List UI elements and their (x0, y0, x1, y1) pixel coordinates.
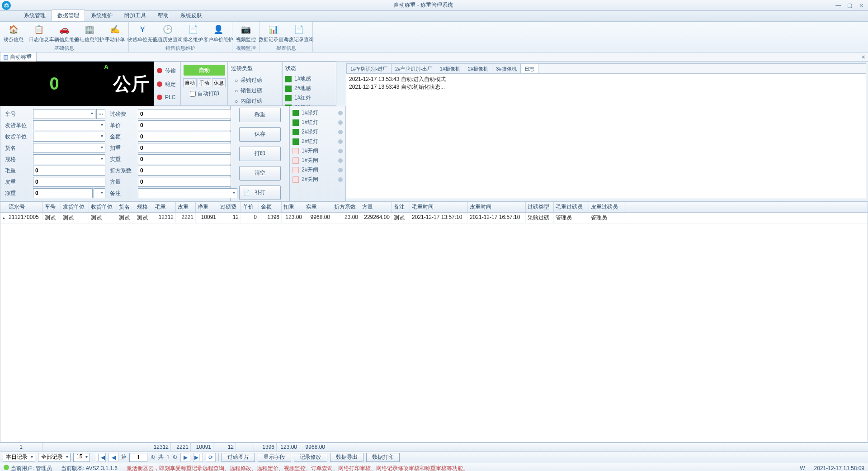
col-金额[interactable]: 金额 (259, 202, 282, 212)
prev-page-button[interactable]: ◀ (108, 453, 118, 462)
ribbon-收货单位充值[interactable]: ￥收货单位充值 (130, 22, 155, 45)
ribbon-充值历史查询[interactable]: 🕑充值历史查询 (155, 22, 180, 45)
menu-addon-tools[interactable]: 附加工具 (118, 10, 152, 21)
light-2#红灯[interactable]: 2#红灯 (292, 138, 343, 145)
col-单价[interactable]: 单价 (241, 202, 259, 212)
maximize-button[interactable]: ▢ (845, 2, 855, 9)
ribbon-排名维护[interactable]: 📄排名维护 (180, 22, 206, 45)
last-page-button[interactable]: ▶│ (193, 453, 203, 462)
scope-select[interactable]: 本日记录 (3, 453, 35, 462)
col-规格[interactable]: 规格 (135, 202, 153, 212)
minimize-button[interactable]: — (833, 2, 843, 9)
input-real[interactable] (138, 154, 237, 164)
col-皮重[interactable]: 皮重 (176, 202, 196, 212)
input-volume[interactable] (138, 177, 237, 187)
type-internal[interactable]: ○内部过磅 (231, 96, 279, 106)
auto-print-option[interactable]: 自动打印 (190, 90, 219, 98)
input-note[interactable] (138, 188, 237, 198)
ribbon-手动补单[interactable]: ✍手动补单 (102, 22, 127, 45)
type-sales[interactable]: ○销售过磅 (231, 86, 279, 96)
data-print-button[interactable]: 数据打印 (366, 453, 400, 462)
refresh-button[interactable]: ⟳ (206, 453, 216, 462)
col-过磅费[interactable]: 过磅费 (218, 202, 241, 212)
input-price[interactable] (138, 120, 237, 130)
ribbon-客户单价维护[interactable]: 👤客户单价维护 (206, 22, 231, 45)
close-button[interactable]: ⤫ (856, 2, 866, 9)
light-1#开闸[interactable]: 1#开闸 (292, 147, 343, 155)
reprint-button[interactable]: 📄补打 (239, 186, 281, 200)
mode-manual-button[interactable]: 手动 (198, 78, 211, 87)
input-ship[interactable] (33, 120, 105, 130)
light-2#关闸[interactable]: 2#关闸 (292, 176, 343, 183)
col-折方系数[interactable]: 折方系数 (332, 202, 360, 212)
doctab-auto-weigh[interactable]: ▥ 自动称重 (0, 52, 37, 62)
col-毛重时间[interactable]: 毛重时间 (410, 202, 468, 212)
tab-日志[interactable]: 日志 (520, 64, 538, 73)
col-扣重[interactable]: 扣重 (282, 202, 304, 212)
input-tare[interactable] (33, 177, 105, 187)
col-流水号[interactable]: 流水号 (7, 202, 43, 212)
table-row[interactable]: ▸2112170005测试测试测试测试测试1231222211009112013… (0, 213, 868, 224)
input-deduct[interactable] (138, 143, 237, 153)
col-实重[interactable]: 实重 (304, 202, 332, 212)
mode-auto-button[interactable]: 自动 (183, 78, 197, 87)
auto-print-checkbox[interactable] (190, 91, 196, 97)
ribbon-基础信息维护[interactable]: 🏢基础信息维护 (77, 22, 102, 45)
first-page-button[interactable]: │◀ (96, 453, 106, 462)
input-amount[interactable] (138, 132, 237, 142)
light-1#红灯[interactable]: 1#红灯 (292, 119, 343, 126)
tab-1#车牌识别-进厂[interactable]: 1#车牌识别-进厂 (346, 64, 392, 73)
input-gross[interactable] (33, 166, 105, 176)
edit-record-button[interactable]: 记录修改 (294, 453, 327, 462)
col-毛重[interactable]: 毛重 (153, 202, 176, 212)
clear-button[interactable]: 清空 (239, 166, 281, 181)
print-button[interactable]: 打印 (239, 147, 281, 161)
export-button[interactable]: 数据导出 (330, 453, 363, 462)
col-备注[interactable]: 备注 (392, 202, 410, 212)
light-2#开闸[interactable]: 2#开闸 (292, 166, 343, 174)
input-spec[interactable] (33, 154, 105, 164)
col-货名[interactable]: 货名 (117, 202, 135, 212)
menu-help[interactable]: 帮助 (152, 10, 175, 21)
light-2#绿灯[interactable]: 2#绿灯 (292, 128, 343, 136)
light-1#关闸[interactable]: 1#关闸 (292, 157, 343, 164)
input-net[interactable] (33, 188, 93, 198)
col-过磅类型[interactable]: 过磅类型 (526, 202, 554, 212)
col-毛重过磅员[interactable]: 毛重过磅员 (554, 202, 589, 212)
type-purchase[interactable]: ○采购过磅 (231, 75, 279, 86)
ribbon-数据记录查询[interactable]: 📊数据记录查询 (261, 22, 286, 45)
col-车号[interactable]: 车号 (43, 202, 61, 212)
input-coef[interactable] (138, 166, 237, 176)
page-input[interactable] (129, 453, 147, 462)
car-browse-button[interactable]: ... (96, 109, 105, 119)
input-fee[interactable] (138, 109, 237, 119)
show-fields-button[interactable]: 显示字段 (258, 453, 291, 462)
input-goods[interactable] (33, 143, 105, 153)
light-1#绿灯[interactable]: 1#绿灯 (292, 109, 343, 117)
mode-rest-button[interactable]: 休息 (212, 78, 226, 87)
ribbon-磅点信息[interactable]: 🏠磅点信息 (1, 22, 26, 45)
weigh-image-button[interactable]: 过磅图片 (222, 453, 255, 462)
ribbon-视频监控[interactable]: 📷视频监控 (233, 22, 259, 45)
next-page-button[interactable]: ▶ (180, 453, 190, 462)
tab-2#车牌识别-出厂[interactable]: 2#车牌识别-出厂 (391, 64, 436, 73)
pagesize-select[interactable]: 15 (73, 453, 90, 462)
col-收货单位[interactable]: 收货单位 (89, 202, 117, 212)
weigh-button[interactable]: 称重 (239, 108, 281, 122)
tab-3#摄像机[interactable]: 3#摄像机 (492, 64, 520, 73)
doctab-close-button[interactable]: × (859, 53, 868, 61)
input-recv[interactable] (33, 132, 105, 142)
input-car[interactable] (33, 109, 95, 119)
menu-data-mgmt[interactable]: 数据管理 (52, 10, 85, 21)
net-dropdown[interactable] (94, 188, 105, 198)
menu-skin[interactable]: 系统皮肤 (175, 10, 208, 21)
save-button[interactable]: 保存 (239, 127, 281, 142)
col-皮重过磅员[interactable]: 皮重过磅员 (589, 202, 624, 212)
ribbon-车辆信息维护[interactable]: 🚗车辆信息维护 (52, 22, 77, 45)
tab-1#摄像机[interactable]: 1#摄像机 (436, 64, 464, 73)
tab-2#摄像机[interactable]: 2#摄像机 (464, 64, 492, 73)
col-发货单位[interactable]: 发货单位 (61, 202, 89, 212)
col-净重[interactable]: 净重 (196, 202, 218, 212)
menu-system-mgmt[interactable]: 系统管理 (18, 10, 52, 21)
ribbon-日志信息[interactable]: 📋日志信息 (26, 22, 52, 45)
